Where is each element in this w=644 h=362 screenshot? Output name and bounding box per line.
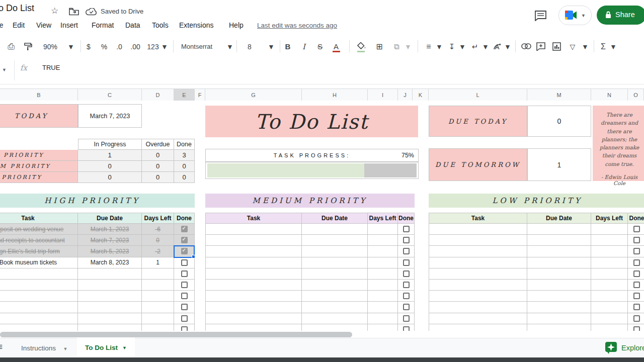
due-date-cell[interactable] <box>78 302 142 313</box>
days-left-cell[interactable] <box>142 268 174 280</box>
today-label-cell[interactable]: TODAY <box>0 104 78 128</box>
task-cell[interactable] <box>205 291 302 302</box>
checkbox-unchecked[interactable] <box>633 304 640 310</box>
done-cell[interactable] <box>398 313 415 324</box>
stats-value-cell[interactable]: 0 <box>78 161 142 172</box>
due-date-cell[interactable] <box>527 224 591 235</box>
days-left-cell[interactable] <box>591 302 628 313</box>
done-cell[interactable] <box>398 257 415 268</box>
stats-row-label[interactable]: HIGH PRIORITY <box>0 150 78 161</box>
due-date-cell[interactable] <box>302 291 368 302</box>
task-cell[interactable] <box>205 313 302 324</box>
checkbox-unchecked[interactable] <box>633 259 640 266</box>
task-cell[interactable] <box>0 291 78 302</box>
due-date-cell[interactable] <box>527 302 591 313</box>
days-left-cell[interactable] <box>142 280 174 291</box>
high-priority-banner[interactable]: HIGH PRIORITY <box>0 194 195 208</box>
stats-value-cell[interactable]: 0 <box>78 172 142 183</box>
table-header-cell[interactable]: Task <box>205 213 302 224</box>
done-cell[interactable] <box>174 280 195 291</box>
done-cell[interactable] <box>628 224 644 235</box>
task-cell[interactable] <box>205 246 302 257</box>
checkbox-unchecked[interactable] <box>403 293 410 299</box>
days-left-cell[interactable] <box>368 268 398 280</box>
done-cell[interactable] <box>174 257 195 268</box>
done-cell[interactable] <box>398 280 415 291</box>
days-left-cell[interactable] <box>368 257 398 268</box>
task-cell[interactable] <box>429 291 527 302</box>
task-cell[interactable] <box>429 224 527 235</box>
done-cell[interactable] <box>628 291 644 302</box>
table-header-cell[interactable]: Done <box>398 213 415 224</box>
done-cell[interactable] <box>628 280 644 291</box>
table-header-cell[interactable]: Task <box>0 213 78 224</box>
checkbox-unchecked[interactable] <box>181 259 188 266</box>
done-cell[interactable] <box>398 235 415 246</box>
days-left-cell[interactable] <box>591 257 628 268</box>
explore-label[interactable]: Explore <box>621 344 644 352</box>
due-date-cell[interactable] <box>527 246 591 257</box>
done-cell[interactable] <box>628 313 644 324</box>
due-date-cell[interactable] <box>527 268 591 280</box>
checkbox-unchecked[interactable] <box>181 282 188 288</box>
done-cell[interactable] <box>628 268 644 280</box>
days-left-cell[interactable]: 1 <box>142 257 174 268</box>
due-date-cell[interactable] <box>302 224 368 235</box>
due-date-cell[interactable]: March 1, 2023 <box>78 224 142 235</box>
due-today-value-cell[interactable]: 0 <box>527 106 591 137</box>
table-header-cell[interactable]: Due Date <box>527 213 591 224</box>
due-date-cell[interactable]: March 8, 2023 <box>78 257 142 268</box>
checkbox-unchecked[interactable] <box>633 237 640 243</box>
done-cell[interactable] <box>174 235 195 246</box>
due-date-cell[interactable] <box>527 291 591 302</box>
days-left-cell[interactable] <box>368 302 398 313</box>
stats-value-cell[interactable]: 0 <box>174 161 195 172</box>
task-progress-cell[interactable]: TASK PROGRESS: 75% <box>205 149 419 162</box>
due-tomorrow-label-cell[interactable]: DUE TOMORROW <box>429 148 527 181</box>
days-left-cell[interactable]: -2 <box>142 246 174 257</box>
days-left-cell[interactable] <box>591 235 628 246</box>
due-date-cell[interactable] <box>78 291 142 302</box>
checkbox-checked[interactable] <box>181 226 188 232</box>
done-cell[interactable] <box>628 235 644 246</box>
due-date-cell[interactable] <box>302 235 368 246</box>
progress-bar-cell[interactable] <box>205 162 419 179</box>
days-left-cell[interactable]: 0 <box>142 235 174 246</box>
task-cell[interactable] <box>0 280 78 291</box>
task-cell[interactable] <box>429 302 527 313</box>
today-date-cell[interactable]: March 7, 2023 <box>78 104 142 128</box>
task-cell[interactable] <box>0 302 78 313</box>
done-cell[interactable] <box>398 224 415 235</box>
done-cell[interactable] <box>174 313 195 324</box>
task-cell[interactable]: Deposit on wedding venue <box>0 224 78 235</box>
checkbox-unchecked[interactable] <box>403 237 410 243</box>
table-header-cell[interactable]: Days Left <box>142 213 174 224</box>
checkbox-unchecked[interactable] <box>633 293 640 299</box>
due-date-cell[interactable] <box>527 257 591 268</box>
all-sheets-icon[interactable]: ≡ <box>0 341 3 352</box>
due-today-label-cell[interactable]: DUE TODAY <box>429 106 527 137</box>
days-left-cell[interactable] <box>591 224 628 235</box>
table-header-cell[interactable]: Done <box>628 213 644 224</box>
checkbox-unchecked[interactable] <box>633 248 640 254</box>
table-header-cell[interactable]: Due Date <box>302 213 368 224</box>
days-left-cell[interactable] <box>142 302 174 313</box>
done-cell[interactable] <box>398 302 415 313</box>
due-date-cell[interactable] <box>302 302 368 313</box>
checkbox-unchecked[interactable] <box>181 293 188 299</box>
days-left-cell[interactable] <box>591 246 628 257</box>
task-cell[interactable] <box>205 280 302 291</box>
task-cell[interactable] <box>429 280 527 291</box>
days-left-cell[interactable]: -6 <box>142 224 174 235</box>
done-cell[interactable] <box>174 291 195 302</box>
stats-header-cell[interactable]: In Progress <box>78 139 142 150</box>
due-date-cell[interactable] <box>302 268 368 280</box>
task-cell[interactable] <box>205 302 302 313</box>
task-cell[interactable] <box>429 268 527 280</box>
task-cell[interactable] <box>0 268 78 280</box>
days-left-cell[interactable] <box>368 313 398 324</box>
sheet-tab-todolist-active[interactable]: To Do List ▼ <box>77 338 135 357</box>
due-date-cell[interactable] <box>78 280 142 291</box>
stats-row-label[interactable]: LOW PRIORITY <box>0 172 78 183</box>
checkbox-unchecked[interactable] <box>633 315 640 322</box>
